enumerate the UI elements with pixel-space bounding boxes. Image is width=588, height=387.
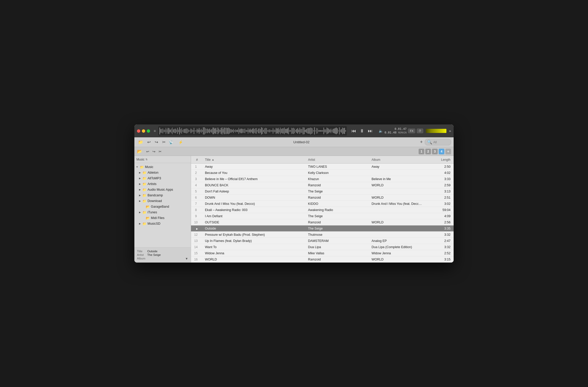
track-album: WORLD: [369, 196, 433, 199]
track-length: 3:33: [433, 177, 454, 181]
sidebar-item-garageband[interactable]: 📂 GarageBand: [134, 204, 191, 209]
sidebar-item-itunes[interactable]: ▶ 📁 iTunes: [134, 209, 191, 215]
fx-button[interactable]: FX: [408, 129, 415, 133]
sidebar-item-artists[interactable]: ▶ 📁 Artists: [134, 181, 191, 187]
table-row[interactable]: 12Pressure w/ Erykah Badu (Prod. Stephen…: [191, 232, 454, 238]
sidebar-item-alltmp3[interactable]: ▶ 📁 AllToMP3: [134, 175, 191, 181]
table-row[interactable]: 1AwayTWO LANESAway2:50: [191, 164, 454, 170]
table-row[interactable]: 9I Am DefiantThe Seige4:09: [191, 213, 454, 219]
fast-forward-button[interactable]: ⏭: [367, 128, 374, 134]
disclosure-icon: ▶: [139, 222, 141, 225]
volume-icon: 🔈: [379, 129, 383, 133]
title-value: Outside: [147, 250, 158, 253]
table-row[interactable]: 6DOWNRamzoidWORLD2:51: [191, 195, 454, 201]
track-number: 6: [191, 196, 203, 199]
sidebar: Music ⇅ ▼ 📁 Music ▶ 📁 Ableton ▶ 📁: [134, 156, 191, 263]
close-button[interactable]: [137, 129, 140, 133]
track-artist: Dua Lipa: [306, 245, 370, 249]
sidebar-sort-icon: ⇅: [145, 158, 148, 161]
window-title: Untitled-02: [263, 140, 340, 144]
expand-button[interactable]: »: [449, 129, 451, 133]
tabbar-cut[interactable]: ✂: [158, 149, 163, 154]
sidebar-item-ableton[interactable]: ▶ 📁 Ableton: [134, 170, 191, 175]
add-button[interactable]: +: [420, 139, 423, 145]
redo-button[interactable]: ↪: [154, 139, 159, 145]
sidebar-item-label: Audio Music Apps: [148, 188, 173, 191]
track-title: Because of You: [203, 171, 306, 175]
table-row[interactable]: 14Want ToDua LipaDua Lipa (Complete Edit…: [191, 244, 454, 250]
table-row[interactable]: 4BOUNCE BACKRamzoidWORLD2:59: [191, 182, 454, 188]
tab-add[interactable]: +: [445, 149, 451, 154]
table-row[interactable]: 15Widow JennaMike VallasWidow Jenna2:52: [191, 250, 454, 256]
folder-button[interactable]: 📁: [137, 139, 144, 145]
track-number: 10: [191, 221, 203, 224]
track-number: 7: [191, 202, 203, 206]
cut-button[interactable]: ✂: [161, 139, 167, 145]
table-row[interactable]: 3Believe in Me – Official Elf17 AnthemKh…: [191, 176, 454, 182]
track-artist: TWO LANES: [306, 165, 370, 169]
maximize-button[interactable]: [147, 129, 150, 133]
track-artist: Kelly Clarkson: [306, 171, 370, 175]
track-artist: Awakening Radio: [306, 208, 370, 212]
track-artist: Ramzoid: [306, 258, 370, 261]
sidebar-item-label: iTunes: [148, 211, 157, 214]
play-pause-button[interactable]: ⏸: [359, 128, 365, 134]
chevron-down-icon[interactable]: ▼: [185, 257, 188, 260]
table-row[interactable]: 16WORLDRamzoidWORLD3:15: [191, 256, 454, 263]
disclosure-icon: ▶: [139, 177, 141, 180]
col-header-title[interactable]: Title ▲: [203, 158, 306, 162]
track-title: Drunk And I Miss You (feat. Decco): [203, 202, 306, 206]
search-input[interactable]: [433, 140, 449, 144]
titlebar: ≡ ⏮ ⏸ ⏭ 🔈 0.01.47 0.01.48 REMAIN FX ⏱ »: [134, 124, 454, 137]
track-title: I Am Defiant: [203, 214, 306, 218]
flash-icon: ⚡: [178, 140, 183, 144]
tab-3[interactable]: 3: [432, 149, 438, 154]
col-header-artist[interactable]: Artist: [306, 158, 370, 162]
track-artist: Thutmose: [306, 233, 370, 237]
track-number: 2: [191, 171, 203, 175]
info-title-row: Title Outside: [137, 250, 188, 253]
traffic-lights: [137, 129, 150, 133]
search-box[interactable]: 🔍: [425, 139, 451, 145]
table-row[interactable]: ▶OutsideThe Seige3:35: [191, 225, 454, 232]
table-row[interactable]: 10OUTSIDERamzoidWORLD2:56: [191, 219, 454, 225]
sidebar-item-music[interactable]: ▼ 📁 Music: [134, 164, 191, 170]
tab-1[interactable]: 1: [419, 149, 424, 154]
disclosure-icon: ▶: [139, 183, 141, 185]
folder-icon: 📁: [142, 211, 146, 214]
track-number: 3: [191, 177, 203, 181]
track-number: 4: [191, 183, 203, 187]
col-header-album[interactable]: Album: [369, 158, 433, 162]
sidebar-item-audiomusicapps[interactable]: ▶ 📁 Audio Music Apps: [134, 187, 191, 192]
sidebar-item-download[interactable]: ▶ 📁 Download: [134, 198, 191, 204]
tab-4[interactable]: 4: [439, 149, 444, 154]
toolbar: 📁 ↩ ↪ ✂ 📡 ⚡ Untitled-02 + 🔍: [134, 137, 454, 147]
track-title: Up In Flames (feat. Dylan Brady): [203, 239, 306, 243]
table-row[interactable]: 7Drunk And I Miss You (feat. Decco)KIDDO…: [191, 201, 454, 207]
track-num-value: 10: [194, 221, 200, 224]
sidebar-item-bandcamp[interactable]: ▶ 📁 Bandcamp: [134, 192, 191, 198]
tabbar-redo[interactable]: ↪: [151, 149, 157, 154]
track-length: 3:32: [433, 233, 454, 237]
tabbar-undo[interactable]: ↩: [145, 149, 150, 154]
disclosure-icon: ▼: [136, 166, 138, 168]
table-row[interactable]: 5Don't Fall AsleepThe Seige3:13: [191, 188, 454, 195]
sidebar-item-musicsd[interactable]: ▶ 📁 MusicSD: [134, 221, 191, 226]
folder-plain-icon: 📂: [146, 216, 150, 220]
track-title: Want To: [203, 245, 306, 249]
tab-2[interactable]: 2: [425, 149, 431, 154]
track-artist: Khazun: [306, 177, 370, 181]
sidebar-item-midifiles[interactable]: 📂 Midi Files: [134, 215, 191, 221]
table-row[interactable]: 2Because of YouKelly Clarkson4:02: [191, 170, 454, 176]
title-label: Title: [137, 250, 146, 253]
clock-button[interactable]: ⏱: [417, 129, 423, 133]
table-row[interactable]: 8Ekali – Awakening Radio: 003Awakening R…: [191, 207, 454, 213]
track-length: 4:02: [433, 171, 454, 175]
rewind-button[interactable]: ⏮: [350, 128, 357, 134]
undo-button[interactable]: ↩: [146, 139, 152, 145]
tabbar-folder-icon[interactable]: 📂: [137, 149, 142, 154]
col-header-length[interactable]: Length: [433, 158, 454, 162]
sidebar-item-label: Midi Files: [151, 216, 165, 220]
minimize-button[interactable]: [142, 129, 145, 133]
table-row[interactable]: 13Up In Flames (feat. Dylan Brady)DAMSTE…: [191, 238, 454, 244]
